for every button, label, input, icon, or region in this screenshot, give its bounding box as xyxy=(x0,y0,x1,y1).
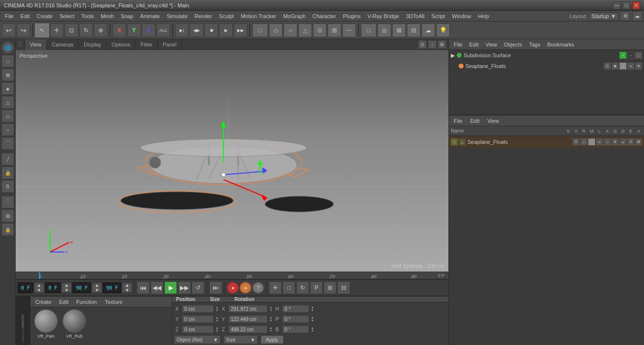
row-flag-9[interactable]: ⊠ xyxy=(635,138,642,145)
scale-tool[interactable]: ⊡ xyxy=(65,23,78,37)
row-flag-2[interactable]: □ xyxy=(580,138,587,145)
obj-item-subdivision[interactable]: ▶ Subdivision Surface ✓ ○ □ xyxy=(449,50,644,61)
obj-seaplane-icon4[interactable]: ≡ xyxy=(627,63,634,69)
axis-z[interactable]: Z xyxy=(142,23,155,37)
prop-p-rot-arrows[interactable]: ▲▼ xyxy=(311,316,314,322)
tab-options[interactable]: Options xyxy=(107,39,135,50)
prop-y-pos[interactable] xyxy=(182,315,214,323)
left-btn-1[interactable]: 🌐 xyxy=(1,41,14,54)
mat-menu-function[interactable]: Function xyxy=(73,298,100,306)
display-btn5[interactable]: ☁ xyxy=(422,23,435,37)
key-btn2[interactable]: □ xyxy=(283,281,295,294)
obj2-menu-edit[interactable]: Edit xyxy=(467,117,483,125)
row-flag-3[interactable]: □ xyxy=(588,138,595,145)
obj-menu-view[interactable]: View xyxy=(483,41,500,48)
obj-seaplane-icon3[interactable]: □ xyxy=(620,63,626,69)
menu-script[interactable]: Script xyxy=(428,12,448,20)
current-frame-display[interactable]: 0 F xyxy=(18,282,33,293)
display-btn4[interactable]: ⊟ xyxy=(407,23,421,37)
play-button[interactable]: ▶ xyxy=(164,281,177,294)
left-btn-10[interactable]: 🔒 xyxy=(1,166,14,179)
row-flag-4[interactable]: ≡ xyxy=(596,138,603,145)
menu-sculpt[interactable]: Sculpt xyxy=(216,12,237,20)
obj-icon-check[interactable]: ✓ xyxy=(620,52,626,59)
left-btn-6[interactable]: ◇ xyxy=(1,110,14,122)
tab-cameras[interactable]: Cameras xyxy=(47,39,79,50)
prop-z-pos-arrows[interactable]: ▲▼ xyxy=(216,326,219,332)
light-btn[interactable]: 💡 xyxy=(436,23,450,37)
obj-menu-bookmarks[interactable]: Bookmarks xyxy=(544,41,577,48)
left-btn-2[interactable]: □ xyxy=(1,55,14,68)
obj2-menu-view[interactable]: View xyxy=(485,117,502,125)
mat-menu-create[interactable]: Create xyxy=(32,298,54,306)
left-btn-4[interactable]: ◈ xyxy=(1,82,14,95)
menu-character[interactable]: Character xyxy=(310,12,339,20)
undo-button[interactable]: ↩ xyxy=(2,23,16,37)
tab-view[interactable]: View xyxy=(25,39,47,50)
prop-p-rot[interactable] xyxy=(282,315,309,323)
start-frame-display[interactable]: 0 F xyxy=(45,282,61,293)
key-btn4[interactable]: P xyxy=(310,281,323,294)
obj2-menu-file[interactable]: File xyxy=(451,117,466,125)
vp-ctrl3[interactable]: ⊞ xyxy=(438,40,446,49)
anim-btn2[interactable]: ◀▶ xyxy=(190,23,203,37)
left-btn-7[interactable]: ○ xyxy=(1,123,14,136)
prop-z-size-arrows[interactable]: ▲▼ xyxy=(269,326,272,332)
key-btn1[interactable]: ✛ xyxy=(269,281,282,294)
menu-render[interactable]: Render xyxy=(192,12,215,20)
obj-menu-tags[interactable]: Tags xyxy=(526,41,543,48)
mat-menu-texture[interactable]: Texture xyxy=(102,298,125,306)
preview-frame-display[interactable]: 90 F xyxy=(103,282,121,293)
record-param-button[interactable]: ? xyxy=(252,282,264,294)
tab-filter[interactable]: Filter xyxy=(135,39,157,50)
left-btn-8[interactable]: ⌒ xyxy=(1,137,14,150)
left-btn-13[interactable]: ⊞ xyxy=(1,209,14,222)
obj-seaplane-icon5[interactable]: ⊕ xyxy=(635,63,642,69)
prev-frame-button[interactable]: ◀◀ xyxy=(151,281,163,294)
menu-window[interactable]: Window xyxy=(449,12,474,20)
obj-menu-edit[interactable]: Edit xyxy=(466,41,482,48)
vp-ctrl1[interactable]: ⊡ xyxy=(418,40,427,49)
obj-seaplane-icon1[interactable]: ⊡ xyxy=(604,63,611,69)
obj-btn7[interactable]: ⋯ xyxy=(342,23,356,37)
obj-btn6[interactable]: ⊞ xyxy=(328,23,341,37)
mode-dropdown[interactable]: Object (Rel)▼ xyxy=(174,335,221,344)
pointer-tool[interactable]: ↖ xyxy=(35,23,49,37)
apply-button[interactable]: Apply xyxy=(261,335,284,344)
prop-b-rot[interactable] xyxy=(282,325,309,333)
menu-mesh[interactable]: Mesh xyxy=(98,12,117,20)
prop-y-size-arrows[interactable]: ▲▼ xyxy=(269,316,272,322)
menu-edit[interactable]: Edit xyxy=(18,12,33,20)
obj-seaplane-icon2[interactable]: ▶ xyxy=(612,63,619,69)
prop-y-pos-arrows[interactable]: ▲▼ xyxy=(216,316,219,322)
close-button[interactable]: ✕ xyxy=(632,1,640,9)
obj-btn3[interactable]: ○ xyxy=(284,23,297,37)
frame-up-down2[interactable]: ▲▼ xyxy=(62,283,71,293)
goto-start-button[interactable]: ⏮ xyxy=(137,281,150,294)
timeline-ruler[interactable]: 0 10 20 30 40 50 60 xyxy=(16,272,448,279)
anim-btn1[interactable]: ▶| xyxy=(175,23,189,37)
key-btn6[interactable]: ⊟ xyxy=(337,281,350,294)
menu-snap[interactable]: Snap xyxy=(118,12,136,20)
viewport-canvas[interactable]: Perspective xyxy=(16,50,448,272)
obj-btn5[interactable]: ⊙ xyxy=(313,23,327,37)
record-button[interactable]: ● xyxy=(227,282,239,294)
prop-z-size[interactable] xyxy=(228,325,267,333)
obj-icon-1[interactable]: ○ xyxy=(627,52,634,59)
obj-icon-2[interactable]: □ xyxy=(635,52,642,59)
frame-up-down1[interactable]: ▲▼ xyxy=(34,283,44,293)
vp-ctrl2[interactable]: ↑ xyxy=(428,40,437,49)
row-flag-6[interactable]: ⊕ xyxy=(612,138,619,145)
transform-tool[interactable]: ⊕ xyxy=(94,23,108,37)
tab-panel[interactable]: Panel xyxy=(158,39,182,50)
menu-animate[interactable]: Animate xyxy=(137,12,163,20)
rotate-tool[interactable]: ↻ xyxy=(79,23,93,37)
menu-file[interactable]: File xyxy=(2,12,17,20)
display-btn2[interactable]: ◎ xyxy=(378,23,391,37)
display-btn1[interactable]: □ xyxy=(361,23,377,37)
maximize-button[interactable]: □ xyxy=(622,1,630,9)
obj-item-seaplane[interactable]: Seaplane_Floats ⊡ ▶ □ ≡ ⊕ xyxy=(449,61,644,71)
mat-menu-edit[interactable]: Edit xyxy=(56,298,71,306)
layout-btn1[interactable]: ⚙ xyxy=(621,11,630,21)
left-btn-9[interactable]: ╱ xyxy=(1,153,14,165)
